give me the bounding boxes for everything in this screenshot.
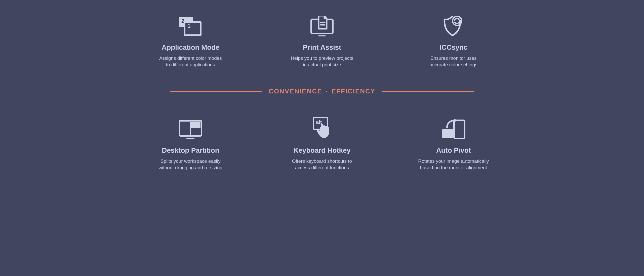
feature-print-assist: Print Assist Helps you to preview projec… xyxy=(256,14,388,68)
feature-desc: Rotates your image automatically based o… xyxy=(418,158,489,171)
feature-iccsync: ICCsync Ensures monitor uses accurate co… xyxy=(388,14,519,68)
feature-title: Auto Pivot xyxy=(436,146,471,154)
feature-desc: Splits your workspace easily without dra… xyxy=(159,158,223,171)
keyboard-hotkey-icon: alt xyxy=(313,117,331,139)
feature-title: Print Assist xyxy=(303,43,341,51)
feature-title: Application Mode xyxy=(162,43,219,51)
svg-rect-18 xyxy=(454,120,465,138)
svg-rect-12 xyxy=(191,122,200,128)
feature-grid: 2 1 Application Mode Assigns different c… xyxy=(125,0,519,171)
desktop-partition-icon xyxy=(179,117,202,139)
feature-title: Desktop Partition xyxy=(162,146,219,154)
svg-rect-14 xyxy=(186,138,194,139)
feature-title: ICCsync xyxy=(439,43,467,51)
svg-text:1: 1 xyxy=(187,23,190,29)
svg-text:alt: alt xyxy=(316,119,322,125)
feature-title: Keyboard Hotkey xyxy=(293,146,350,154)
auto-pivot-icon xyxy=(441,117,466,139)
feature-keyboard-hotkey: alt Keyboard Hotkey Offers keyboard shor… xyxy=(256,117,388,171)
divider-dot-icon: • xyxy=(326,89,328,94)
feature-desc: Helps you to preview projects in actual … xyxy=(291,55,353,68)
print-assist-icon xyxy=(310,14,334,36)
application-mode-icon: 2 1 xyxy=(178,14,203,36)
feature-row-2: Desktop Partition Splits your workspace … xyxy=(125,117,519,171)
iccsync-icon xyxy=(444,14,464,36)
divider-line-right xyxy=(382,91,474,92)
svg-marker-19 xyxy=(454,119,458,122)
feature-application-mode: 2 1 Application Mode Assigns different c… xyxy=(125,14,256,68)
feature-desc: Ensures monitor uses accurate color sett… xyxy=(430,55,477,68)
divider-text-left: CONVENIENCE xyxy=(269,87,322,95)
divider-line-left xyxy=(170,91,262,92)
section-divider: CONVENIENCE • EFFICIENCY xyxy=(170,87,474,95)
svg-rect-17 xyxy=(442,129,453,138)
feature-row-1: 2 1 Application Mode Assigns different c… xyxy=(125,14,519,68)
feature-desc: Offers keyboard shortcuts to access diff… xyxy=(292,158,352,171)
divider-text-right: EFFICIENCY xyxy=(332,87,376,95)
feature-auto-pivot: Auto Pivot Rotates your image automatica… xyxy=(388,117,519,171)
feature-desc: Assigns different color modes to differe… xyxy=(159,55,222,68)
divider-label: CONVENIENCE • EFFICIENCY xyxy=(262,87,382,95)
feature-desktop-partition: Desktop Partition Splits your workspace … xyxy=(125,117,256,171)
svg-rect-5 xyxy=(318,35,326,36)
